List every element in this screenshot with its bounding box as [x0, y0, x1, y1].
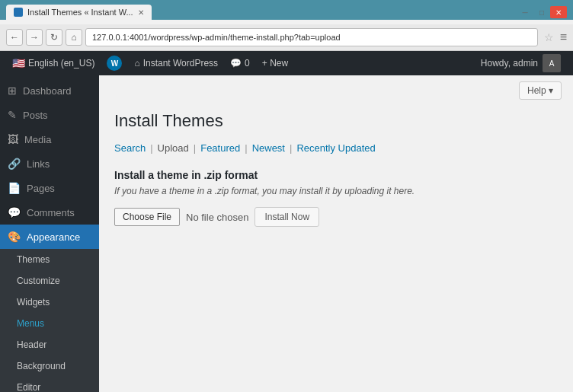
- language-label: English (en_US): [28, 58, 94, 69]
- comments-icon: 💬: [230, 58, 242, 69]
- pages-icon: 📄: [8, 182, 21, 194]
- appearance-submenu: Themes Customize Widgets Menus Header Ba…: [0, 249, 99, 392]
- upload-section: Install a theme in .zip format If you ha…: [114, 169, 558, 227]
- wp-logo-icon: W: [107, 56, 122, 71]
- appearance-icon: 🎨: [8, 231, 21, 243]
- help-bar: Help ▾: [99, 75, 573, 100]
- admin-bar-howdy[interactable]: Howdy, admin A: [475, 54, 567, 72]
- tab-upload[interactable]: Upload: [158, 142, 189, 154]
- browser-chrome: Install Themes « Instant W... ✕ ─ □ ✕: [0, 0, 573, 20]
- upload-title: Install a theme in .zip format: [114, 169, 558, 181]
- sidebar-label-dashboard: Dashboard: [23, 85, 72, 97]
- sidebar-item-links[interactable]: 🔗 Links: [0, 151, 99, 176]
- tab-sep-3: |: [245, 142, 247, 154]
- maximize-button[interactable]: □: [533, 6, 550, 18]
- sidebar-label-links: Links: [27, 158, 50, 170]
- upload-description: If you have a theme in a .zip format, yo…: [114, 186, 558, 196]
- install-now-button[interactable]: Install Now: [254, 207, 319, 227]
- sidebar-label-posts: Posts: [23, 110, 48, 121]
- comments-count: 0: [245, 58, 250, 69]
- wp-admin-bar: 🇺🇸 English (en_US) W ⌂ Instant WordPress…: [0, 51, 573, 75]
- minimize-button[interactable]: ─: [517, 6, 533, 18]
- upload-form: Choose File No file chosen Install Now: [114, 207, 558, 227]
- back-button[interactable]: ←: [6, 29, 23, 46]
- sidebar-label-appearance: Appearance: [27, 231, 80, 243]
- sidebar-item-comments[interactable]: 💬 Comments: [0, 200, 99, 225]
- tab-sep-1: |: [150, 142, 152, 154]
- help-button[interactable]: Help ▾: [519, 81, 562, 100]
- sidebar-item-dashboard[interactable]: ⊞ Dashboard: [0, 78, 99, 103]
- browser-controls: ← → ↻ ⌂ ☆ ≡: [0, 24, 573, 51]
- dashboard-icon: ⊞: [8, 84, 17, 97]
- sidebar-label-pages: Pages: [27, 183, 55, 194]
- tab-close-icon[interactable]: ✕: [138, 8, 144, 17]
- browser-tab[interactable]: Install Themes « Instant W... ✕: [6, 5, 152, 20]
- flag-icon: 🇺🇸: [12, 57, 25, 69]
- admin-bar-wp-logo[interactable]: W: [101, 51, 128, 75]
- avatar: A: [543, 54, 561, 72]
- submenu-themes[interactable]: Themes: [0, 249, 99, 270]
- media-icon: 🖼: [8, 133, 18, 145]
- help-label: Help ▾: [527, 85, 553, 96]
- choose-file-button[interactable]: Choose File: [114, 208, 180, 226]
- browser-titlebar: Install Themes « Instant W... ✕ ─ □ ✕: [6, 5, 567, 20]
- submenu-customize[interactable]: Customize: [0, 270, 99, 292]
- admin-bar-site[interactable]: ⌂ Instant WordPress: [128, 51, 224, 75]
- content-area: Help ▾ Install Themes Search | Upload | …: [99, 75, 573, 392]
- sidebar-label-media: Media: [24, 134, 51, 145]
- sidebar-item-posts[interactable]: ✎ Posts: [0, 103, 99, 127]
- tab-favicon-icon: [14, 8, 23, 17]
- url-bar[interactable]: [85, 28, 538, 46]
- sidebar-item-media[interactable]: 🖼 Media: [0, 127, 99, 151]
- site-name: Instant WordPress: [143, 58, 218, 69]
- admin-bar-new[interactable]: + New: [256, 51, 294, 75]
- admin-bar-language[interactable]: 🇺🇸 English (en_US): [6, 51, 101, 75]
- tab-recently-updated[interactable]: Recently Updated: [296, 142, 375, 154]
- wp-layout: ⊞ Dashboard ✎ Posts 🖼 Media 🔗 Links 📄 Pa…: [0, 75, 573, 392]
- browser-menu-icon[interactable]: ≡: [560, 30, 567, 44]
- howdy-text: Howdy, admin: [481, 58, 538, 69]
- home-button[interactable]: ⌂: [66, 29, 82, 46]
- reload-button[interactable]: ↻: [46, 29, 62, 46]
- tab-sep-2: |: [194, 142, 196, 154]
- tab-sep-4: |: [290, 142, 292, 154]
- bookmark-icon[interactable]: ☆: [544, 31, 554, 43]
- comments-sidebar-icon: 💬: [8, 206, 21, 218]
- content-inner: Install Themes Search | Upload | Feature…: [99, 100, 573, 238]
- window-controls: ─ □ ✕: [517, 6, 567, 18]
- close-button[interactable]: ✕: [550, 6, 567, 18]
- submenu-background[interactable]: Background: [0, 355, 99, 377]
- submenu-editor[interactable]: Editor: [0, 377, 99, 392]
- sidebar-item-appearance[interactable]: 🎨 Appearance: [0, 225, 99, 249]
- submenu-header[interactable]: Header: [0, 334, 99, 355]
- sidebar: ⊞ Dashboard ✎ Posts 🖼 Media 🔗 Links 📄 Pa…: [0, 75, 99, 392]
- submenu-widgets[interactable]: Widgets: [0, 292, 99, 313]
- tab-search[interactable]: Search: [114, 142, 146, 154]
- tab-featured[interactable]: Featured: [200, 142, 240, 154]
- posts-icon: ✎: [8, 109, 17, 121]
- sidebar-item-pages[interactable]: 📄 Pages: [0, 176, 99, 200]
- new-label: + New: [262, 58, 288, 69]
- forward-button[interactable]: →: [26, 29, 43, 46]
- no-file-text: No file chosen: [186, 212, 248, 223]
- sidebar-label-comments: Comments: [27, 207, 75, 218]
- site-icon: ⌂: [134, 58, 139, 69]
- tab-title: Install Themes « Instant W...: [27, 8, 133, 17]
- submenu-menus[interactable]: Menus: [0, 313, 99, 334]
- admin-bar-right: Howdy, admin A: [475, 54, 567, 72]
- admin-bar-comments[interactable]: 💬 0: [224, 51, 256, 75]
- tab-nav: Search | Upload | Featured | Newest | Re…: [114, 142, 558, 154]
- page-title: Install Themes: [114, 111, 558, 131]
- links-icon: 🔗: [8, 158, 21, 170]
- tab-newest[interactable]: Newest: [252, 142, 285, 154]
